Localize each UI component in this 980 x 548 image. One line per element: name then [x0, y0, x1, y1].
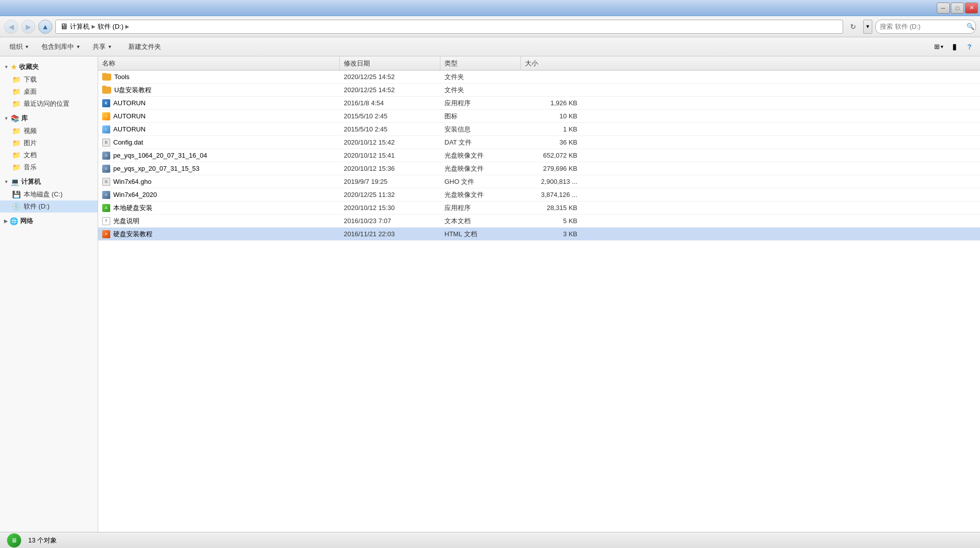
file-name: U盘安装教程 — [114, 86, 152, 95]
file-name: Win7x64_2020 — [113, 191, 157, 198]
file-name-cell: U盘安装教程 — [98, 86, 340, 95]
up-button[interactable]: ▲ — [38, 20, 52, 34]
app-green-icon: A — [102, 204, 110, 212]
file-size-cell: 1,926 KB — [521, 99, 581, 107]
help-button[interactable]: ? — [963, 40, 976, 53]
back-button[interactable]: ◀ — [4, 20, 18, 34]
info-icon: i — [102, 125, 110, 133]
file-name-cell: E AUTORUN — [98, 99, 340, 107]
sidebar-section-library: ▼ 📚 库 📁 视频 📁 图片 📁 文档 📁 音乐 — [0, 112, 98, 173]
sidebar-picture-label: 图片 — [24, 139, 37, 148]
file-size-cell: 1 KB — [521, 125, 581, 133]
file-name-cell: G Win7x64.gho — [98, 178, 340, 186]
sidebar-header-library[interactable]: ▼ 📚 库 — [0, 112, 98, 125]
sidebar-header-favorites[interactable]: ▼ ★ 收藏夹 — [0, 60, 98, 74]
table-row[interactable]: I AUTORUN 2015/5/10 2:45 图标 10 KB — [98, 110, 980, 123]
refresh-button[interactable]: ↻ — [846, 20, 860, 34]
table-row[interactable]: Tools 2020/12/25 14:52 文件夹 — [98, 71, 980, 84]
sidebar-item-desktop[interactable]: 📁 桌面 — [0, 86, 98, 98]
file-name: pe_yqs_1064_20_07_31_16_04 — [113, 152, 207, 159]
file-name-cell: ⊙ Win7x64_2020 — [98, 191, 340, 199]
close-button[interactable]: ✕ — [965, 3, 978, 14]
table-row[interactable]: ⊙ Win7x64_2020 2020/12/25 11:32 光盘映像文件 3… — [98, 188, 980, 201]
sidebar-item-music[interactable]: 📁 音乐 — [0, 161, 98, 173]
forward-button[interactable]: ▶ — [21, 20, 35, 34]
dat-icon: D — [102, 139, 110, 147]
table-row[interactable]: i AUTORUN 2015/5/10 2:45 安装信息 1 KB — [98, 123, 980, 136]
file-date-cell: 2016/11/21 22:03 — [340, 230, 440, 238]
breadcrumb: 🖥 计算机 ▶ 软件 (D:) ▶ — [55, 20, 843, 34]
sidebar-item-video[interactable]: 📁 视频 — [0, 125, 98, 137]
file-type-cell: 文件夹 — [440, 73, 521, 82]
file-size-cell: 279,696 KB — [521, 165, 581, 172]
recent-folder-icon: 📁 — [12, 100, 21, 108]
change-view-button[interactable]: ⊞ ▼ — [933, 40, 946, 53]
col-name-label: 名称 — [102, 59, 115, 68]
sidebar-item-document[interactable]: 📁 文档 — [0, 149, 98, 161]
file-type-cell: GHO 文件 — [440, 177, 521, 186]
table-row[interactable]: G Win7x64.gho 2019/9/7 19:25 GHO 文件 2,90… — [98, 175, 980, 188]
collapse-favorites-icon: ▼ — [4, 64, 9, 70]
file-name: 硬盘安装教程 — [113, 230, 153, 239]
col-header-date[interactable]: 修改日期 — [340, 56, 440, 70]
search-icon[interactable]: 🔍 — [966, 23, 974, 30]
sidebar-header-computer[interactable]: ▼ 💻 计算机 — [0, 175, 98, 188]
table-row[interactable]: ⊙ pe_yqs_xp_20_07_31_15_53 2020/10/12 15… — [98, 162, 980, 175]
collapse-library-icon: ▼ — [4, 116, 9, 121]
file-name: 光盘说明 — [113, 217, 139, 226]
file-name-cell: H 硬盘安装教程 — [98, 230, 340, 239]
sidebar-section-network: ▶ 🌐 网络 — [0, 215, 98, 228]
exe-icon: E — [102, 99, 110, 107]
table-row[interactable]: T 光盘说明 2016/10/23 7:07 文本文档 5 KB — [98, 215, 980, 228]
share-arrow: ▼ — [108, 44, 112, 49]
minimize-button[interactable]: ─ — [937, 3, 950, 14]
new-folder-button[interactable]: 新建文件夹 — [123, 40, 167, 54]
sidebar-item-download[interactable]: 📁 下载 — [0, 74, 98, 86]
include-library-button[interactable]: 包含到库中 ▼ — [36, 40, 86, 54]
iso-icon: ⊙ — [102, 165, 110, 173]
file-size-cell: 2,900,813 ... — [521, 178, 581, 185]
sidebar-item-cdrive[interactable]: 💾 本地磁盘 (C:) — [0, 188, 98, 200]
address-dropdown[interactable]: ▼ — [863, 20, 872, 34]
file-name: Win7x64.gho — [113, 178, 152, 185]
col-header-name[interactable]: 名称 — [98, 56, 340, 70]
file-date-cell: 2020/12/25 14:52 — [340, 73, 440, 81]
favorites-star-icon: ★ — [11, 63, 17, 71]
table-row[interactable]: A 本地硬盘安装 2020/10/12 15:30 应用程序 28,315 KB — [98, 201, 980, 215]
sidebar-ddrive-label: 软件 (D:) — [24, 202, 49, 211]
help-icon: ? — [967, 43, 972, 51]
table-row[interactable]: U盘安装教程 2020/12/25 14:52 文件夹 — [98, 84, 980, 97]
file-date-cell: 2020/12/25 14:52 — [340, 86, 440, 94]
file-date-cell: 2020/10/12 15:36 — [340, 165, 440, 172]
breadcrumb-computer[interactable]: 计算机 — [70, 22, 90, 31]
file-size-cell: 3,874,126 ... — [521, 191, 581, 198]
sidebar-item-recent[interactable]: 📁 最近访问的位置 — [0, 98, 98, 110]
sidebar-video-label: 视频 — [24, 126, 37, 135]
col-header-size[interactable]: 大小 — [521, 56, 581, 70]
maximize-button[interactable]: □ — [951, 3, 964, 14]
sidebar-section-favorites: ▼ ★ 收藏夹 📁 下载 📁 桌面 📁 最近访问的位置 — [0, 60, 98, 110]
desktop-folder-icon: 📁 — [12, 88, 21, 96]
sidebar-header-network[interactable]: ▶ 🌐 网络 — [0, 215, 98, 228]
breadcrumb-drive[interactable]: 软件 (D:) — [98, 22, 123, 31]
table-row[interactable]: E AUTORUN 2016/1/8 4:54 应用程序 1,926 KB — [98, 97, 980, 110]
sidebar-music-label: 音乐 — [24, 163, 37, 172]
file-type-cell: 光盘映像文件 — [440, 190, 521, 199]
table-row[interactable]: D Config.dat 2020/10/12 15:42 DAT 文件 36 … — [98, 136, 980, 149]
sidebar-item-picture[interactable]: 📁 图片 — [0, 137, 98, 149]
search-input[interactable] — [880, 23, 964, 30]
file-type-cell: 文本文档 — [440, 217, 521, 226]
sidebar-item-ddrive[interactable]: 💿 软件 (D:) — [0, 200, 98, 213]
table-row[interactable]: H 硬盘安装教程 2016/11/21 22:03 HTML 文档 3 KB — [98, 228, 980, 241]
ddrive-icon: 💿 — [12, 202, 21, 211]
share-label: 共享 — [93, 42, 106, 51]
breadcrumb-icon: 🖥 — [60, 22, 68, 31]
preview-pane-button[interactable]: ▮ — [948, 40, 961, 53]
sidebar-download-label: 下载 — [24, 75, 37, 84]
share-button[interactable]: 共享 ▼ — [87, 40, 118, 54]
col-header-type[interactable]: 类型 — [440, 56, 521, 70]
main-area: ▼ ★ 收藏夹 📁 下载 📁 桌面 📁 最近访问的位置 ▼ 📚 库 — [0, 56, 980, 532]
organize-button[interactable]: 组织 ▼ — [4, 40, 35, 54]
txt-icon: T — [102, 217, 110, 225]
table-row[interactable]: ⊙ pe_yqs_1064_20_07_31_16_04 2020/10/12 … — [98, 149, 980, 162]
